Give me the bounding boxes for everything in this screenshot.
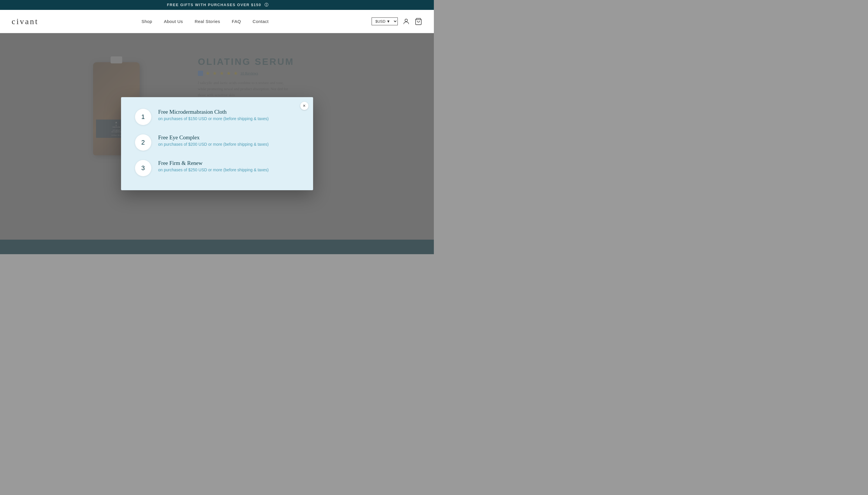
gift-subtitle-1: on purchases of $150 USD or more (before… xyxy=(158,116,299,121)
gift-subtitle-3: on purchases of $250 USD or more (before… xyxy=(158,168,299,172)
currency-selector[interactable]: $USD ▼ xyxy=(371,17,398,25)
gift-modal: × 1 Free Microdermabrasion Cloth on purc… xyxy=(121,97,313,190)
banner-text: FREE GIFTS WITH PURCHASES OVER $150 xyxy=(167,3,261,7)
gift-text-2: Free Eye Complex on purchases of $200 US… xyxy=(158,134,299,147)
gift-title-1: Free Microdermabrasion Cloth xyxy=(158,109,299,115)
account-icon[interactable] xyxy=(402,18,410,25)
nav-item-real-stories[interactable]: Real Stories xyxy=(195,19,220,24)
nav-item-contact[interactable]: Contact xyxy=(253,19,269,24)
info-icon[interactable]: ⓘ xyxy=(265,3,269,7)
main-nav: Shop About Us Real Stories FAQ Contact xyxy=(141,19,269,24)
gift-item-3: 3 Free Firm & Renew on purchases of $250… xyxy=(135,160,299,176)
svg-point-0 xyxy=(405,19,408,21)
gift-text-1: Free Microdermabrasion Cloth on purchase… xyxy=(158,109,299,121)
gift-item-2: 2 Free Eye Complex on purchases of $200 … xyxy=(135,134,299,151)
nav-item-shop[interactable]: Shop xyxy=(141,19,152,24)
logo[interactable]: civant xyxy=(12,17,38,26)
cart-icon[interactable] xyxy=(415,18,422,25)
gift-number-2: 2 xyxy=(135,134,151,151)
nav-item-about-us[interactable]: About Us xyxy=(164,19,183,24)
header-right: $USD ▼ xyxy=(371,17,422,25)
gift-number-3: 3 xyxy=(135,160,151,176)
page-content: A E SERUM anti-aging & skin brightening … xyxy=(0,33,434,254)
modal-overlay[interactable]: × 1 Free Microdermabrasion Cloth on purc… xyxy=(0,33,434,254)
gift-number-1: 1 xyxy=(135,109,151,125)
modal-content: × 1 Free Microdermabrasion Cloth on purc… xyxy=(121,97,313,190)
top-banner: FREE GIFTS WITH PURCHASES OVER $150 ⓘ xyxy=(0,0,434,10)
gift-item-1: 1 Free Microdermabrasion Cloth on purcha… xyxy=(135,109,299,125)
gift-text-3: Free Firm & Renew on purchases of $250 U… xyxy=(158,160,299,172)
header: civant Shop About Us Real Stories FAQ Co… xyxy=(0,10,434,33)
modal-close-button[interactable]: × xyxy=(300,102,308,110)
gift-subtitle-2: on purchases of $200 USD or more (before… xyxy=(158,142,299,147)
nav-item-faq[interactable]: FAQ xyxy=(232,19,241,24)
gift-title-2: Free Eye Complex xyxy=(158,134,299,141)
gift-title-3: Free Firm & Renew xyxy=(158,160,299,166)
